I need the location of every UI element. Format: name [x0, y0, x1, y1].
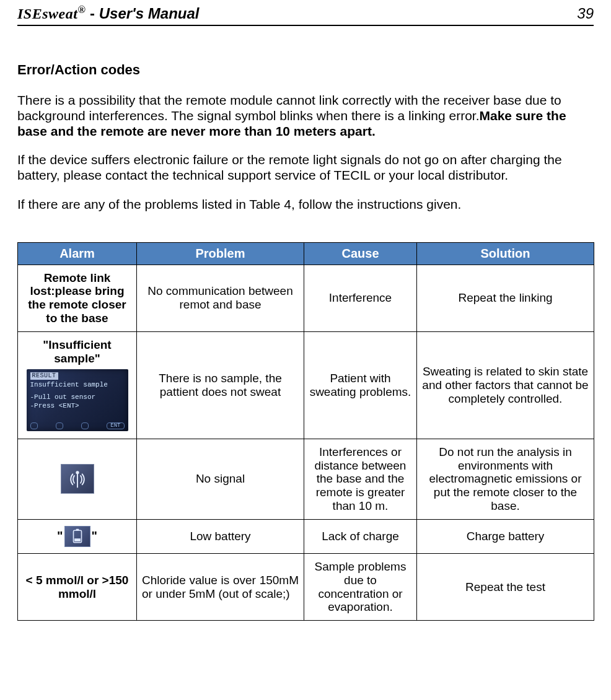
lcd-line: -Press <ENT> [30, 402, 125, 411]
page-header: ISEsweat® - User's Manual 39 [17, 0, 594, 25]
table-row: "Insufficient sample" RESULT Insufficien… [18, 331, 594, 439]
lcd-line: -Pull out sensor [30, 393, 125, 402]
cell-problem: No signal [137, 439, 304, 519]
cell-problem: There is no sample, the pattient does no… [137, 331, 304, 439]
svg-rect-3 [76, 529, 79, 530]
cell-cause: Interferences or distance between the ba… [304, 439, 417, 519]
brand-name: ISEsweat [17, 6, 77, 22]
lcd-softkey: ENT [107, 422, 124, 429]
cell-solution: Repeat the test [417, 553, 594, 620]
paragraph-1: There is a possibility that the remote m… [17, 93, 594, 139]
cell-solution: Repeat the linking [417, 265, 594, 331]
registered-mark: ® [77, 4, 86, 15]
th-problem: Problem [137, 242, 304, 265]
cell-alarm: Remote link lost:please bring the remote… [18, 265, 137, 331]
table-row: < 5 mmol/l or >150 mmol/l Chloride value… [18, 553, 594, 620]
table-row: No signal Interferences or distance betw… [18, 439, 594, 519]
battery-icon [64, 526, 90, 547]
header-separator: - [86, 5, 99, 22]
th-solution: Solution [417, 242, 594, 265]
table-row: " " Low batte [18, 519, 594, 553]
cell-alarm: "Insufficient sample" RESULT Insufficien… [18, 331, 137, 439]
cell-cause: Interference [304, 265, 417, 331]
battery-icon-wrap: " " [57, 526, 97, 547]
cell-cause: Lack of charge [304, 519, 417, 553]
cell-problem: Chloride value is over 150mM or under 5m… [137, 553, 304, 620]
svg-rect-4 [74, 538, 81, 541]
lcd-screenshot: RESULT Insufficient sample -Pull out sen… [27, 369, 128, 431]
antenna-icon [61, 464, 94, 494]
lcd-softkey [81, 422, 89, 429]
cell-problem: Low battery [137, 519, 304, 553]
table-row: Remote link lost:please bring the remote… [18, 265, 594, 331]
section-heading: Error/Action codes [17, 62, 594, 78]
cell-problem: No communication between remot and base [137, 265, 304, 331]
lcd-softkey [30, 422, 38, 429]
lcd-tag: RESULT [30, 372, 58, 380]
lcd-softkeys: ENT [30, 422, 125, 429]
header-title: ISEsweat® - User's Manual [17, 4, 200, 22]
cell-solution: Charge battery [417, 519, 594, 553]
quote-right: " [92, 529, 97, 543]
paragraph-2: If the device suffers electronic failure… [17, 152, 594, 183]
th-alarm: Alarm [18, 242, 137, 265]
lcd-line: Insufficient sample [30, 381, 125, 390]
cell-cause: Patient with sweating problems. [304, 331, 417, 439]
cell-cause: Sample problems due to concentration or … [304, 553, 417, 620]
error-action-table: Alarm Problem Cause Solution Remote link… [17, 242, 594, 621]
th-cause: Cause [304, 242, 417, 265]
cell-alarm: " " [18, 519, 137, 553]
header-rule [17, 25, 594, 26]
svg-point-1 [76, 471, 78, 473]
lcd-softkey [56, 422, 63, 429]
cell-alarm: < 5 mmol/l or >150 mmol/l [18, 553, 137, 620]
cell-solution: Sweating is related to skin state and ot… [417, 331, 594, 439]
table-header-row: Alarm Problem Cause Solution [18, 242, 594, 265]
alarm-text: "Insufficient sample" [23, 338, 131, 365]
cell-solution: Do not run the analysis in environments … [417, 439, 594, 519]
cell-alarm [18, 439, 137, 519]
quote-left: " [57, 529, 63, 543]
page-number: 39 [577, 5, 594, 22]
page: ISEsweat® - User's Manual 39 Error/Actio… [0, 0, 611, 645]
paragraph-3: If there are any of the problems listed … [17, 197, 594, 212]
manual-title: User's Manual [99, 5, 200, 22]
